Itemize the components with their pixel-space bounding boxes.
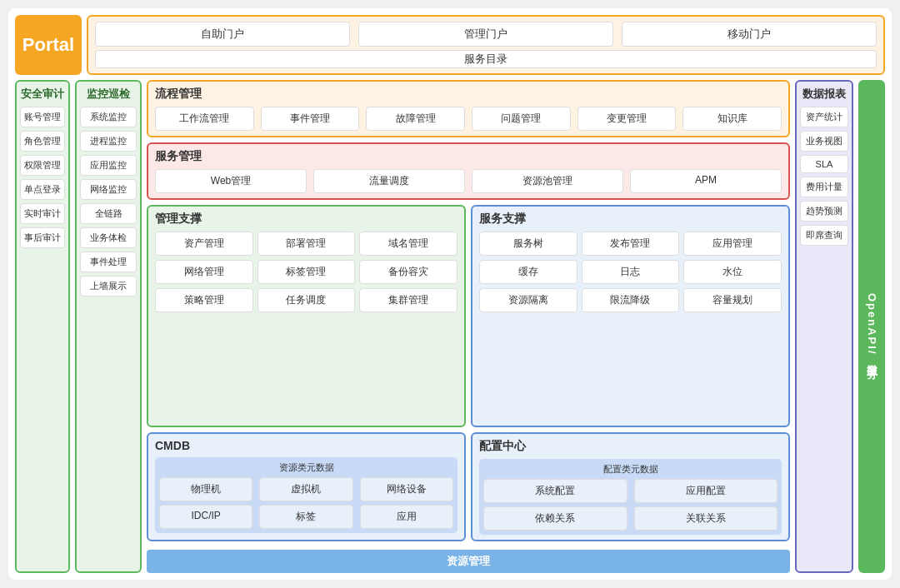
config-rel[interactable]: 关联关系 — [634, 506, 778, 531]
svc-capacity[interactable]: 容量规划 — [683, 288, 782, 312]
report-cost[interactable]: 费用计量 — [800, 177, 848, 197]
mgmt-support-section: 管理支撑 资产管理 部署管理 域名管理 网络管理 标签管理 备份容灾 策略管理 … — [147, 205, 466, 427]
mgmt-tag[interactable]: 标签管理 — [258, 260, 356, 284]
portal-top-row: 自助门户 管理门户 移动门户 — [95, 22, 877, 47]
flow-event[interactable]: 事件管理 — [261, 107, 360, 131]
security-post[interactable]: 事后审计 — [20, 227, 65, 248]
security-role[interactable]: 角色管理 — [20, 131, 65, 152]
svc-isolation[interactable]: 资源隔离 — [479, 288, 578, 312]
mgmt-task[interactable]: 任务调度 — [258, 288, 356, 312]
portal-admin[interactable]: 管理门户 — [358, 22, 613, 47]
mgmt-support-items: 资产管理 部署管理 域名管理 网络管理 标签管理 备份容灾 策略管理 任务调度 … — [155, 232, 458, 312]
monitor-process[interactable]: 进程监控 — [80, 131, 137, 152]
security-sso[interactable]: 单点登录 — [20, 179, 65, 200]
mgmt-network[interactable]: 网络管理 — [155, 260, 253, 284]
service-mgmt-items: Web管理 流量调度 资源池管理 APM — [155, 169, 782, 193]
data-report-sidebar: 数据报表 资产统计 业务视图 SLA 费用计量 趋势预测 即席查询 — [795, 80, 853, 573]
report-asset[interactable]: 资产统计 — [800, 107, 848, 127]
cmdb-inner-title: 资源类元数据 — [159, 461, 453, 474]
flow-change[interactable]: 变更管理 — [578, 107, 677, 131]
openapi-label: OpenAPI/微服务 — [864, 293, 879, 361]
config-row1: 系统配置 应用配置 — [483, 479, 778, 503]
config-sys[interactable]: 系统配置 — [483, 479, 628, 503]
svc-log[interactable]: 日志 — [582, 260, 680, 284]
monitor-app[interactable]: 应用监控 — [80, 155, 137, 176]
flow-knowledge[interactable]: 知识库 — [682, 107, 782, 131]
flow-mgmt-title: 流程管理 — [155, 87, 782, 102]
monitor-system[interactable]: 系统监控 — [80, 107, 137, 127]
flow-fault[interactable]: 故障管理 — [366, 107, 465, 131]
portal-area: 自助门户 管理门户 移动门户 服务目录 — [87, 15, 885, 75]
monitor-fullchain[interactable]: 全链路 — [80, 203, 137, 224]
monitor-biz[interactable]: 业务体检 — [80, 227, 137, 248]
svc-support-section: 服务支撑 服务树 发布管理 应用管理 缓存 日志 水位 资源隔离 限流降级 容量… — [471, 205, 790, 427]
cmdb-netdev[interactable]: 网络设备 — [360, 477, 453, 501]
svc-traffic[interactable]: 流量调度 — [313, 169, 465, 193]
config-center-section: 配置中心 配置类元数据 系统配置 应用配置 依赖关系 关联关系 — [471, 432, 790, 541]
svc-publish[interactable]: 发布管理 — [582, 232, 680, 256]
flow-problem[interactable]: 问题管理 — [472, 107, 571, 131]
mgmt-support-title: 管理支撑 — [155, 212, 458, 227]
cmdb-row2: IDC/IP 标签 应用 — [159, 505, 453, 529]
cmdb-idcip[interactable]: IDC/IP — [159, 505, 252, 529]
cmdb-inner: 资源类元数据 物理机 虚拟机 网络设备 IDC/IP 标签 应用 — [155, 457, 458, 533]
config-dep[interactable]: 依赖关系 — [483, 506, 628, 531]
flow-workflow[interactable]: 工作流管理 — [155, 107, 254, 131]
service-mgmt-title: 服务管理 — [155, 149, 782, 164]
config-inner: 配置类元数据 系统配置 应用配置 依赖关系 关联关系 — [479, 459, 782, 535]
data-report-title: 数据报表 — [800, 87, 848, 102]
resource-mgmt-bar: 资源管理 — [147, 550, 790, 573]
mgmt-policy[interactable]: 策略管理 — [155, 288, 253, 312]
config-center-title: 配置中心 — [479, 439, 782, 454]
mgmt-backup[interactable]: 备份容灾 — [359, 260, 458, 284]
middle-row: 管理支撑 资产管理 部署管理 域名管理 网络管理 标签管理 备份容灾 策略管理 … — [147, 205, 790, 427]
svc-cache[interactable]: 缓存 — [479, 260, 578, 284]
portal-label: Portal — [15, 15, 82, 75]
security-permission[interactable]: 权限管理 — [20, 155, 65, 176]
monitor-wall[interactable]: 上墙展示 — [80, 276, 137, 296]
report-adhoc[interactable]: 即席查询 — [800, 225, 848, 246]
svc-support-title: 服务支撑 — [479, 212, 782, 227]
report-trend[interactable]: 趋势预测 — [800, 201, 848, 222]
config-app[interactable]: 应用配置 — [634, 479, 778, 503]
cmdb-vm[interactable]: 虚拟机 — [259, 477, 352, 501]
svc-apm[interactable]: APM — [630, 169, 782, 193]
security-audit-sidebar: 安全审计 账号管理 角色管理 权限管理 单点登录 实时审计 事后审计 — [15, 80, 70, 573]
cmdb-app[interactable]: 应用 — [360, 505, 453, 529]
flow-mgmt-items: 工作流管理 事件管理 故障管理 问题管理 变更管理 知识库 — [155, 107, 782, 131]
mgmt-asset[interactable]: 资产管理 — [155, 232, 253, 256]
monitor-sidebar: 监控巡检 系统监控 进程监控 应用监控 网络监控 全链路 业务体检 事件处理 上… — [75, 80, 142, 573]
svc-web[interactable]: Web管理 — [155, 169, 307, 193]
portal-selfservice[interactable]: 自助门户 — [95, 22, 350, 47]
svc-watermark[interactable]: 水位 — [683, 260, 782, 284]
monitor-title: 监控巡检 — [80, 87, 137, 102]
portal-service-catalog[interactable]: 服务目录 — [95, 50, 877, 68]
security-account[interactable]: 账号管理 — [20, 107, 65, 127]
monitor-event[interactable]: 事件处理 — [80, 252, 137, 272]
portal-row: Portal 自助门户 管理门户 移动门户 服务目录 — [15, 15, 885, 75]
svc-tree[interactable]: 服务树 — [479, 232, 578, 256]
main-container: Portal 自助门户 管理门户 移动门户 服务目录 安全审计 账号管理 角色管… — [8, 8, 892, 580]
security-audit-title: 安全审计 — [20, 87, 65, 102]
portal-mobile[interactable]: 移动门户 — [622, 22, 877, 47]
service-mgmt-section: 服务管理 Web管理 流量调度 资源池管理 APM — [147, 142, 790, 200]
report-sla[interactable]: SLA — [800, 155, 848, 173]
openapi-sidebar: OpenAPI/微服务 — [858, 80, 885, 573]
config-row2: 依赖关系 关联关系 — [483, 506, 778, 531]
svc-app-mgmt[interactable]: 应用管理 — [683, 232, 782, 256]
cmdb-tag[interactable]: 标签 — [259, 505, 352, 529]
svc-resource-pool[interactable]: 资源池管理 — [472, 169, 623, 193]
mgmt-cluster[interactable]: 集群管理 — [359, 288, 458, 312]
mgmt-deploy[interactable]: 部署管理 — [258, 232, 356, 256]
cmdb-row1: 物理机 虚拟机 网络设备 — [159, 477, 453, 501]
svc-throttle[interactable]: 限流降级 — [582, 288, 680, 312]
cmdb-physical[interactable]: 物理机 — [159, 477, 252, 501]
config-inner-title: 配置类元数据 — [483, 463, 778, 476]
monitor-network[interactable]: 网络监控 — [80, 179, 137, 200]
flow-mgmt-section: 流程管理 工作流管理 事件管理 故障管理 问题管理 变更管理 知识库 — [147, 80, 790, 137]
report-biz-view[interactable]: 业务视图 — [800, 131, 848, 152]
security-realtime[interactable]: 实时审计 — [20, 203, 65, 224]
cmdb-section: CMDB 资源类元数据 物理机 虚拟机 网络设备 IDC/IP 标签 应用 — [147, 432, 466, 541]
cmdb-title: CMDB — [155, 439, 458, 452]
mgmt-domain[interactable]: 域名管理 — [359, 232, 458, 256]
